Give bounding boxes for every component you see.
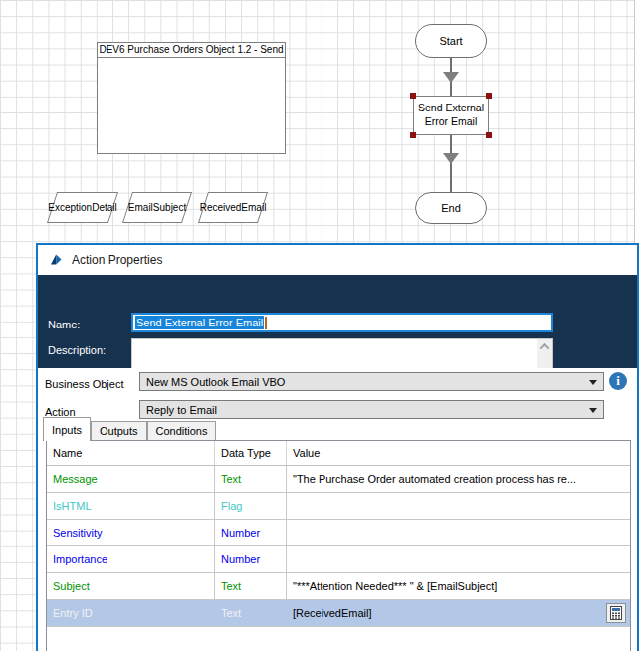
inputs-table: Name Data Type Value Message Text "The P…: [46, 440, 631, 651]
expression-editor-button[interactable]: [606, 603, 626, 623]
tab-outputs[interactable]: Outputs: [91, 421, 147, 441]
arrowhead-icon: [443, 72, 459, 83]
business-object-dropdown[interactable]: New MS Outlook Email VBO: [139, 372, 604, 391]
action-properties-dialog: Action Properties Name: Send External Er…: [36, 243, 639, 651]
info-icon[interactable]: i: [609, 372, 627, 390]
table-row[interactable]: IsHTML Flag: [47, 493, 630, 520]
start-label: Start: [439, 35, 462, 47]
column-header-datatype: Data Type: [215, 441, 287, 465]
table-header: Name Data Type Value: [47, 441, 630, 466]
name-input[interactable]: Send External Error Email: [131, 313, 553, 332]
name-label: Name:: [48, 319, 80, 330]
arrowhead-icon: [443, 153, 459, 164]
dialog-header-panel: Name: Send External Error Email Descript…: [38, 275, 637, 368]
dialog-titlebar[interactable]: Action Properties: [38, 245, 637, 275]
table-row-selected[interactable]: Entry ID Text [ReceivedEmail]: [47, 600, 630, 627]
text-caret: [265, 317, 267, 329]
calculator-icon: [610, 606, 622, 620]
selection-handle[interactable]: [486, 132, 492, 138]
table-row[interactable]: Importance Number: [47, 546, 630, 573]
flow-end-node[interactable]: End: [415, 192, 487, 224]
tab-inputs[interactable]: Inputs: [43, 417, 91, 441]
table-row[interactable]: Subject Text "***Attention Needed*** " &…: [47, 573, 630, 600]
data-item-emailsubject[interactable]: EmailSubject: [122, 192, 192, 223]
dialog-title: Action Properties: [72, 253, 162, 267]
table-row[interactable]: Message Text "The Purchase Order automat…: [47, 466, 630, 493]
description-label: Description:: [48, 344, 106, 356]
dropdown-arrow-icon: [589, 380, 597, 385]
flow-start-node[interactable]: Start: [415, 24, 487, 58]
data-item-receivedemail[interactable]: ReceivedEmail: [198, 192, 268, 223]
action-node-label: Send External Error Email: [414, 102, 488, 128]
selection-handle[interactable]: [410, 132, 416, 138]
end-label: End: [441, 202, 461, 214]
selection-handle[interactable]: [486, 93, 492, 99]
column-header-name: Name: [47, 441, 215, 465]
column-header-value: Value: [287, 441, 630, 465]
tab-conditions[interactable]: Conditions: [147, 421, 217, 441]
blue-prism-logo-icon: [48, 252, 64, 268]
tab-strip: Inputs Outputs Conditions: [43, 417, 216, 441]
dialog-body-panel: Business Object New MS Outlook Email VBO…: [38, 368, 637, 651]
table-row[interactable]: Sensitivity Number: [47, 520, 630, 546]
object-title: DEV6 Purchase Orders Object 1.2 - Send: [98, 43, 285, 58]
name-input-selected-text: Send External Error Email: [135, 316, 264, 329]
selection-handle[interactable]: [410, 93, 416, 99]
flow-action-node-selected[interactable]: Send External Error Email: [413, 96, 489, 135]
scroll-up-button[interactable]: [537, 339, 552, 354]
dropdown-arrow-icon: [589, 408, 597, 413]
business-object-label: Business Object: [45, 378, 123, 390]
chevron-up-icon: [540, 343, 550, 353]
object-title-box[interactable]: DEV6 Purchase Orders Object 1.2 - Send: [97, 42, 286, 154]
data-item-exceptiondetail[interactable]: ExceptionDetail: [47, 192, 118, 223]
